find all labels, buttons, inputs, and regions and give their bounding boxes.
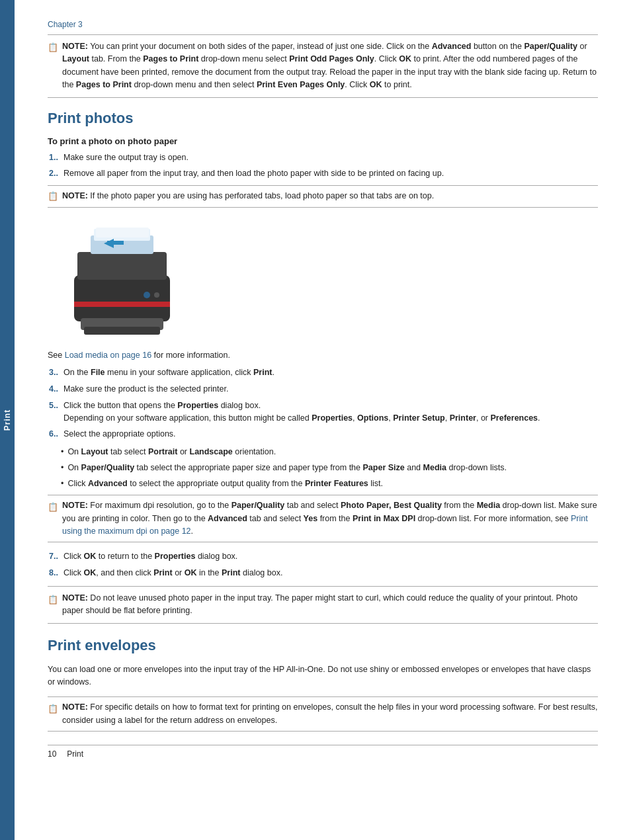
- bullet-2: On Paper/Quality tab select the appropri…: [61, 462, 598, 474]
- step-7-num: 7.: [48, 550, 58, 563]
- print-envelopes-intro: You can load one or more envelopes into …: [48, 663, 598, 689]
- step-6-text: Select the appropriate options.: [63, 428, 176, 441]
- step-5-num: 5.: [48, 399, 58, 412]
- step-8: 8. Click OK, and then click Print or OK …: [48, 567, 598, 579]
- inline-note-icon: 📋: [48, 190, 58, 203]
- envelopes-note-text: NOTE: For specific details on how to for…: [62, 701, 598, 727]
- svg-rect-5: [74, 302, 170, 307]
- see-link-after: for more information.: [151, 351, 230, 360]
- final-note-icon: 📋: [48, 593, 58, 607]
- step-8-text: Click OK, and then click Print or OK in …: [63, 567, 282, 579]
- steps-7-8: 7. Click OK to return to the Properties …: [48, 550, 598, 579]
- quality-note-box: 📋 NOTE: For maximum dpi resolution, go t…: [48, 495, 598, 542]
- load-media-link[interactable]: Load media on page 16: [65, 351, 151, 360]
- step-1: 1. Make sure the output tray is open.: [48, 151, 598, 164]
- side-tab-label: Print: [3, 409, 12, 431]
- chapter-label: Chapter 3: [48, 20, 598, 29]
- final-note-row: 📋 NOTE: Do not leave unused photo paper …: [48, 592, 598, 618]
- printer-image-area: [54, 216, 598, 340]
- step-6-num: 6.: [48, 428, 58, 441]
- bullet-3: Click Advanced to select the appropriate…: [61, 478, 598, 490]
- svg-rect-4: [96, 228, 149, 237]
- step-2-text: Remove all paper from the input tray, an…: [63, 167, 444, 180]
- step-5-text: Click the button that opens the Properti…: [63, 399, 540, 425]
- page-footer: 10 Print: [48, 745, 598, 759]
- step-1-num: 1.: [48, 151, 58, 164]
- step-4-text: Make sure the product is the selected pr…: [63, 383, 228, 396]
- bullet-2-text: On Paper/Quality tab select the appropri…: [67, 462, 507, 474]
- top-note-text: NOTE: You can print your document on bot…: [62, 40, 598, 92]
- svg-rect-11: [107, 241, 124, 245]
- step-5: 5. Click the button that opens the Prope…: [48, 399, 598, 425]
- step-4-num: 4.: [48, 383, 58, 396]
- inline-note-tabs: 📋 NOTE: If the photo paper you are using…: [48, 185, 598, 208]
- steps-1-2: 1. Make sure the output tray is open. 2.…: [48, 151, 598, 181]
- page: Print Chapter 3 📋 NOTE: You can print yo…: [0, 0, 631, 840]
- quality-note-icon: 📋: [48, 501, 58, 514]
- svg-rect-7: [84, 327, 160, 335]
- print-envelopes-heading: Print envelopes: [48, 637, 598, 654]
- footer-section: Print: [67, 749, 83, 759]
- svg-rect-1: [77, 252, 167, 280]
- print-photos-heading: Print photos: [48, 110, 598, 127]
- step-3: 3. On the File menu in your software app…: [48, 366, 598, 379]
- envelopes-note-row: 📋 NOTE: For specific details on how to f…: [48, 701, 598, 727]
- quality-note-text: NOTE: For maximum dpi resolution, go to …: [62, 499, 598, 538]
- top-note-line: 📋 NOTE: You can print your document on b…: [48, 40, 598, 92]
- steps-3-6: 3. On the File menu in your software app…: [48, 366, 598, 441]
- print-photos-subheading: To print a photo on photo paper: [48, 136, 598, 146]
- step-3-num: 3.: [48, 366, 58, 379]
- side-tab: Print: [0, 0, 15, 840]
- final-note-box: 📋 NOTE: Do not leave unused photo paper …: [48, 586, 598, 624]
- quality-note-row: 📋 NOTE: For maximum dpi resolution, go t…: [48, 499, 598, 538]
- bullet-3-text: Click Advanced to select the appropriate…: [67, 478, 383, 490]
- envelopes-note-box: 📋 NOTE: For specific details on how to f…: [48, 696, 598, 732]
- final-note-text: NOTE: Do not leave unused photo paper in…: [62, 592, 598, 618]
- inline-note-text: NOTE: If the photo paper you are using h…: [62, 190, 434, 202]
- footer-page-num: 10: [48, 749, 56, 759]
- step-3-text: On the File menu in your software applic…: [63, 366, 274, 379]
- envelopes-note-icon: 📋: [48, 702, 58, 716]
- step-7-text: Click OK to return to the Properties dia…: [63, 550, 237, 563]
- bullet-1: On Layout tab select Portrait or Landsca…: [61, 446, 598, 458]
- note-icon: 📋: [48, 41, 58, 54]
- svg-point-8: [144, 292, 150, 298]
- max-dpi-link[interactable]: Print using the maximum dpi on page 12: [62, 514, 588, 536]
- top-note-box: 📋 NOTE: You can print your document on b…: [48, 34, 598, 98]
- options-bullet-list: On Layout tab select Portrait or Landsca…: [61, 446, 598, 489]
- step-7: 7. Click OK to return to the Properties …: [48, 550, 598, 563]
- step-8-num: 8.: [48, 567, 58, 579]
- svg-point-9: [154, 292, 159, 298]
- step-6: 6. Select the appropriate options.: [48, 428, 598, 441]
- step-2-num: 2.: [48, 167, 58, 180]
- inline-note-row: 📋 NOTE: If the photo paper you are using…: [48, 190, 598, 203]
- see-link-line: See Load media on page 16 for more infor…: [48, 349, 598, 362]
- step-4: 4. Make sure the product is the selected…: [48, 383, 598, 396]
- step-2: 2. Remove all paper from the input tray,…: [48, 167, 598, 180]
- svg-rect-0: [74, 275, 170, 321]
- step-1-text: Make sure the output tray is open.: [63, 151, 189, 164]
- bullet-1-text: On Layout tab select Portrait or Landsca…: [67, 446, 276, 458]
- main-content: Chapter 3 📋 NOTE: You can print your doc…: [15, 0, 631, 840]
- printer-svg: [54, 216, 187, 338]
